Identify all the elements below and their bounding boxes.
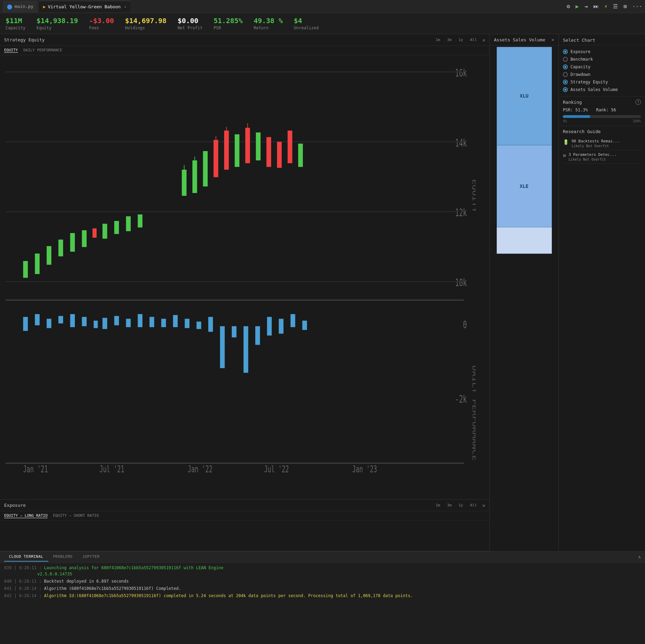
list-icon[interactable]: ☰ — [613, 3, 618, 10]
time-3m[interactable]: 3m — [446, 37, 453, 43]
radio-assets-sales-label: Assets Sales Volume — [570, 87, 618, 92]
radio-assets-sales-inner — [564, 89, 566, 91]
svg-rect-30 — [298, 144, 303, 167]
svg-rect-28 — [277, 142, 282, 168]
sliders-icon: ⊞ — [563, 153, 566, 158]
research-item-1-content: 3 Parameters Detec... Likely Not Overfit — [568, 152, 616, 161]
stat-fees-value: -$3.00 — [89, 17, 114, 25]
ranking-progress-fill — [563, 115, 590, 118]
research-item-0[interactable]: 🔋 90 Backtests Remai... Likely Not Overf… — [563, 137, 641, 150]
strategy-equity-svg: 16k 14k 12k 10k — [6, 58, 476, 486]
exposure-time-1m[interactable]: 1m — [434, 502, 441, 508]
time-1m[interactable]: 1m — [434, 37, 441, 43]
progress-max: 100% — [633, 119, 641, 123]
assets-close-icon[interactable]: ✕ — [552, 37, 554, 42]
stat-net-profit: $0.00 Net Profit — [178, 17, 202, 30]
radio-strategy-equity[interactable]: Strategy Equity — [563, 78, 641, 86]
svg-text:DAILY PERFORMANCE: DAILY PERFORMANCE — [472, 365, 476, 461]
exposure-header: Exposure 1m 3m 1y All ✕ — [0, 500, 489, 511]
log-842-text: Algorithm Id:(680f41068e7c1bb5a552799305… — [44, 593, 413, 598]
lightning-icon[interactable]: ⚡ — [604, 3, 608, 10]
svg-rect-12 — [70, 233, 75, 252]
radio-drawdown[interactable]: Drawdown — [563, 71, 641, 78]
tab-bar: ⬤ main.py ▶ Virtual Yellow-Green Baboon … — [0, 0, 645, 13]
run-icon[interactable]: ▶ — [576, 3, 579, 10]
svg-rect-62 — [290, 314, 295, 327]
tab-daily-performance[interactable]: DAILY PERFORMANCE — [23, 48, 62, 53]
strategy-equity-close-icon[interactable]: ✕ — [483, 37, 485, 43]
terminal-tab-problems[interactable]: PROBLEMS — [48, 552, 78, 562]
terminal-tab-jupyter[interactable]: JUPYTER — [78, 552, 105, 562]
terminal-tab-group: CLOUD TERMINAL PROBLEMS JUPYTER — [4, 552, 105, 562]
radio-strategy-equity-inner — [564, 81, 566, 83]
tab-main-py[interactable]: ⬤ main.py — [3, 1, 38, 12]
svg-rect-16 — [114, 221, 119, 234]
ranking-help-icon[interactable]: ? — [635, 99, 641, 105]
assets-chart-body: XLU XLE — [490, 46, 558, 549]
svg-rect-49 — [138, 314, 142, 327]
radio-capacity-inner — [564, 66, 566, 68]
svg-rect-58 — [244, 326, 248, 373]
svg-rect-26 — [256, 132, 261, 160]
radio-strategy-equity-outer — [563, 80, 568, 84]
right-panel: Select Chart Exposure Benchmark Capacity — [559, 34, 645, 551]
exposure-time-1y[interactable]: 1y — [457, 502, 464, 508]
svg-text:Jul '21: Jul '21 — [100, 464, 125, 474]
tab-baboon-label: Virtual Yellow-Green Baboon — [48, 4, 121, 9]
terminal-collapse-icon[interactable]: ∧ — [638, 554, 641, 560]
svg-rect-59 — [255, 326, 260, 345]
stat-psr: 51.285% PSR — [214, 17, 242, 30]
svg-rect-47 — [114, 316, 119, 325]
radio-assets-sales-outer — [563, 87, 568, 92]
treemap-xle: XLE — [497, 145, 552, 227]
more-icon[interactable]: ··· — [632, 3, 642, 10]
exposure-close-icon[interactable]: ✕ — [483, 503, 485, 508]
exposure-time-all[interactable]: All — [469, 502, 478, 508]
svg-rect-40 — [35, 314, 40, 325]
svg-rect-27 — [266, 137, 271, 167]
svg-rect-10 — [47, 246, 51, 265]
stat-holdings-value: $14,697.98 — [125, 17, 166, 25]
tab-equity-long[interactable]: EQUITY – LONG RATIO — [4, 513, 48, 518]
step-forward-icon[interactable]: ⇥ — [584, 3, 588, 10]
log-841-text: Algorithm (680f41068e7c1bb5a552799305191… — [44, 586, 181, 591]
treemap-xle-label: XLE — [520, 183, 528, 189]
svg-rect-51 — [161, 319, 166, 327]
time-all[interactable]: All — [469, 37, 478, 43]
radio-capacity[interactable]: Capacity — [563, 63, 641, 71]
radio-assets-sales[interactable]: Assets Sales Volume — [563, 86, 641, 93]
battery-icon: 🔋 — [563, 139, 569, 145]
radio-exposure[interactable]: Exposure — [563, 48, 641, 56]
tab-main-py-label: main.py — [14, 4, 33, 9]
exposure-time-3m[interactable]: 3m — [446, 502, 453, 508]
fast-forward-icon[interactable]: ⏭ — [593, 3, 599, 10]
treemap-xlu: XLU — [497, 47, 552, 145]
svg-rect-17 — [126, 216, 131, 231]
gear-icon[interactable]: ⚙ — [567, 3, 570, 10]
log-839-text-2: v2.5.0.0.14735 — [4, 572, 72, 576]
log-840-text: Backtest deployed in 6.897 seconds — [44, 579, 129, 584]
svg-rect-45 — [94, 321, 98, 328]
select-chart-title: Select Chart — [563, 38, 595, 43]
svg-rect-42 — [58, 316, 63, 324]
layout-icon[interactable]: ⊞ — [623, 3, 627, 10]
stat-unrealized-value: $4 — [294, 17, 319, 25]
tab-equity[interactable]: EQUITY — [4, 48, 18, 53]
main-content: Strategy Equity 1m 3m 1y All ✕ EQUITY DA… — [0, 34, 645, 551]
radio-benchmark[interactable]: Benchmark — [563, 56, 641, 63]
terminal-section: CLOUD TERMINAL PROBLEMS JUPYTER ∧ 839 | … — [0, 551, 645, 620]
research-item-1[interactable]: ⊞ 3 Parameters Detec... Likely Not Overf… — [563, 150, 641, 164]
treemap-other — [497, 227, 552, 254]
terminal-tab-cloud[interactable]: CLOUD TERMINAL — [4, 552, 48, 562]
svg-rect-56 — [220, 326, 225, 368]
research-item-0-title: 90 Backtests Remai... — [572, 139, 619, 143]
svg-rect-63 — [302, 321, 307, 330]
stat-fees: -$3.00 Fees — [89, 17, 114, 30]
tab-close-icon[interactable]: ✕ — [124, 5, 126, 9]
tab-baboon[interactable]: ▶ Virtual Yellow-Green Baboon ✕ — [39, 1, 130, 12]
tab-equity-short[interactable]: EQUITY – SHORT RATIO — [53, 513, 99, 518]
time-1y[interactable]: 1y — [457, 37, 464, 43]
radio-capacity-label: Capacity — [570, 64, 591, 69]
svg-rect-21 — [203, 151, 208, 187]
svg-rect-15 — [102, 224, 107, 239]
